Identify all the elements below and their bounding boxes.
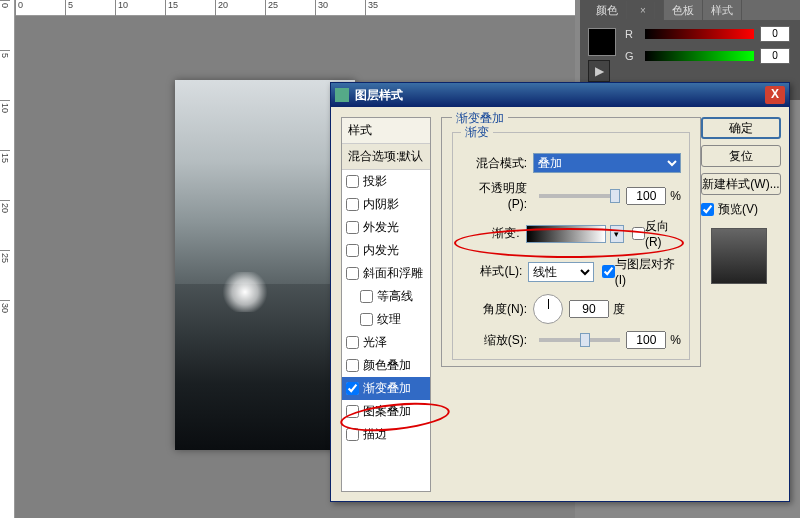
degree-label: 度 (613, 301, 625, 318)
checkbox[interactable] (346, 244, 359, 257)
blending-options[interactable]: 混合选项:默认 (342, 144, 430, 170)
r-value[interactable]: 0 (760, 26, 790, 42)
effect-pattern-overlay[interactable]: 图案叠加 (342, 400, 430, 423)
foreground-color-swatch[interactable] (588, 28, 616, 56)
sun-glow (220, 272, 270, 312)
gradient-label: 渐变: (461, 225, 526, 242)
dialog-buttons: 确定 复位 新建样式(W)... 预览(V) (701, 117, 781, 284)
checkbox[interactable] (360, 313, 373, 326)
r-label: R (625, 28, 639, 40)
tab-swatch[interactable]: 色板 (664, 0, 703, 20)
checkbox[interactable] (346, 221, 359, 234)
percent-label: % (670, 333, 681, 347)
checkbox[interactable] (346, 382, 359, 395)
panel-menu-icon[interactable]: ▶ (588, 60, 610, 82)
subgroup-title: 渐变 (461, 124, 493, 141)
checkbox[interactable] (346, 405, 359, 418)
checkbox[interactable] (346, 336, 359, 349)
gradient-overlay-settings: 渐变叠加 渐变 混合模式: 叠加 不透明度(P): % 渐变: ▾ 反向(R) (441, 117, 701, 367)
effect-gradient-overlay[interactable]: 渐变叠加 (342, 377, 430, 400)
styles-header[interactable]: 样式 (342, 118, 430, 144)
preview-label: 预览(V) (718, 201, 758, 218)
opacity-input[interactable] (626, 187, 666, 205)
reset-button[interactable]: 复位 (701, 145, 781, 167)
effect-inner-shadow[interactable]: 内阴影 (342, 193, 430, 216)
style-select[interactable]: 线性 (528, 262, 593, 282)
scale-label: 缩放(S): (461, 332, 533, 349)
checkbox[interactable] (346, 175, 359, 188)
checkbox[interactable] (346, 267, 359, 280)
reverse-checkbox[interactable] (632, 227, 645, 240)
g-label: G (625, 50, 639, 62)
ok-button[interactable]: 确定 (701, 117, 781, 139)
r-slider[interactable] (645, 29, 754, 39)
effect-satin[interactable]: 光泽 (342, 331, 430, 354)
g-value[interactable]: 0 (760, 48, 790, 64)
effect-texture[interactable]: 纹理 (342, 308, 430, 331)
align-label: 与图层对齐(I) (615, 256, 681, 287)
effect-color-overlay[interactable]: 颜色叠加 (342, 354, 430, 377)
dialog-title: 图层样式 (355, 87, 403, 104)
g-slider[interactable] (645, 51, 754, 61)
scale-slider[interactable] (539, 338, 620, 342)
tab-style[interactable]: 样式 (703, 0, 742, 20)
close-icon[interactable]: × (632, 2, 655, 19)
percent-label: % (670, 189, 681, 203)
angle-input[interactable] (569, 300, 609, 318)
scale-input[interactable] (626, 331, 666, 349)
ruler-horizontal: 05101520253035 (15, 0, 575, 16)
dialog-icon (335, 88, 349, 102)
sky-region (175, 80, 355, 284)
blend-mode-label: 混合模式: (461, 155, 533, 172)
close-button[interactable]: X (765, 86, 785, 104)
tab-color[interactable]: 颜色 × (580, 0, 664, 20)
effect-stroke[interactable]: 描边 (342, 423, 430, 446)
gradient-dropdown-icon[interactable]: ▾ (610, 225, 624, 243)
opacity-slider[interactable] (539, 194, 620, 198)
rgb-sliders: R 0 G 0 (625, 26, 790, 70)
checkbox[interactable] (346, 428, 359, 441)
new-style-button[interactable]: 新建样式(W)... (701, 173, 781, 195)
angle-label: 角度(N): (461, 301, 533, 318)
checkbox[interactable] (360, 290, 373, 303)
angle-dial[interactable] (533, 294, 563, 324)
reverse-label: 反向(R) (645, 218, 681, 249)
checkbox[interactable] (346, 198, 359, 211)
styles-list: 样式 混合选项:默认 投影 内阴影 外发光 内发光 斜面和浮雕 等高线 纹理 光… (341, 117, 431, 492)
align-checkbox[interactable] (602, 265, 615, 278)
panel-tabs: 颜色 × 色板 样式 (580, 0, 800, 20)
effect-outer-glow[interactable]: 外发光 (342, 216, 430, 239)
dialog-titlebar[interactable]: 图层样式 X (331, 83, 789, 107)
preview-swatch (711, 228, 767, 284)
style-label: 样式(L): (461, 263, 528, 280)
layer-style-dialog: 图层样式 X 样式 混合选项:默认 投影 内阴影 外发光 内发光 斜面和浮雕 等… (330, 82, 790, 502)
opacity-label: 不透明度(P): (461, 180, 533, 211)
gradient-preview[interactable] (526, 225, 606, 243)
effect-drop-shadow[interactable]: 投影 (342, 170, 430, 193)
preview-checkbox[interactable] (701, 203, 714, 216)
effect-contour[interactable]: 等高线 (342, 285, 430, 308)
canvas-image[interactable] (175, 80, 355, 450)
effect-bevel[interactable]: 斜面和浮雕 (342, 262, 430, 285)
checkbox[interactable] (346, 359, 359, 372)
effect-inner-glow[interactable]: 内发光 (342, 239, 430, 262)
ruler-vertical: 051015202530 (0, 0, 15, 518)
blend-mode-select[interactable]: 叠加 (533, 153, 681, 173)
